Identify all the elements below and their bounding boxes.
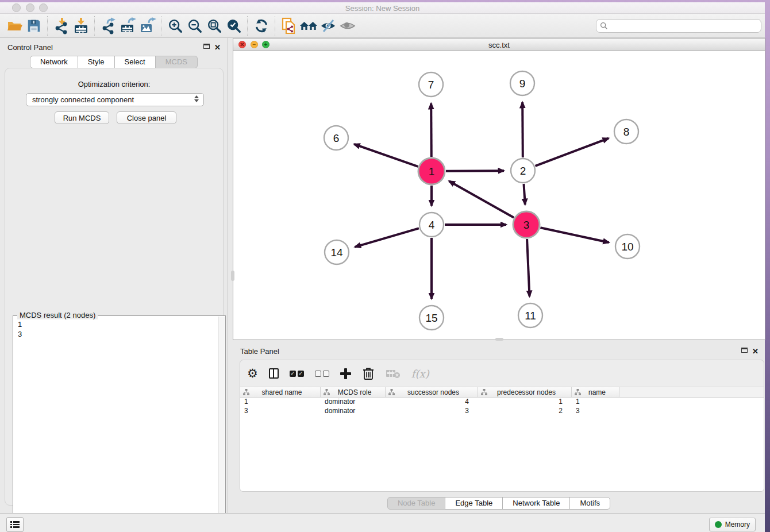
first-neighbors-button[interactable] (299, 16, 318, 36)
float-panel-icon[interactable] (203, 44, 210, 49)
graph-edge-1-7[interactable] (431, 103, 432, 157)
zoom-out-icon (187, 18, 203, 34)
table-cell[interactable]: dominator (321, 398, 386, 407)
show-column-panel-button[interactable] (269, 368, 279, 379)
search-input[interactable] (610, 22, 757, 30)
import-network-button[interactable] (52, 16, 71, 36)
criterion-value: strongly connected component (32, 95, 134, 104)
table-settings-button[interactable]: ⚙ (247, 368, 258, 379)
zoom-selected-button[interactable] (224, 16, 244, 36)
splitter-grip-horizontal[interactable] (495, 338, 503, 341)
tab-edge-table[interactable]: Edge Table (445, 497, 503, 510)
memory-status-dot (715, 521, 722, 528)
network-window-title: scc.txt (233, 41, 765, 49)
column-header-name[interactable]: name (572, 387, 619, 397)
network-window-titlebar[interactable]: ✕ − + scc.txt (233, 38, 765, 51)
show-all-button[interactable] (338, 16, 357, 36)
task-history-button[interactable] (6, 517, 24, 532)
column-flow-icon (575, 389, 581, 395)
column-header-label: predecessor nodes (487, 388, 571, 396)
apply-layout-button[interactable] (252, 16, 271, 36)
network-graph[interactable]: 7968124314101511 (233, 51, 765, 340)
table-body: 1dominator4113dominator323 (240, 398, 764, 491)
graph-edge-4-14[interactable] (355, 228, 419, 246)
table-cell[interactable]: 1 (572, 398, 619, 407)
open-folder-icon (6, 17, 23, 34)
float-table-panel-icon[interactable] (741, 348, 748, 353)
table-header-row: shared nameMCDS rolesuccessor nodesprede… (240, 387, 764, 398)
column-flow-icon (388, 389, 395, 395)
node-table-container: ⚙ ✓✓ (240, 360, 764, 492)
graph-edge-3-1[interactable] (449, 181, 514, 218)
zoom-fit-button[interactable] (205, 16, 224, 36)
column-header-successor-nodes[interactable]: successor nodes (386, 387, 478, 397)
result-scrollbar[interactable] (218, 317, 225, 531)
table-cell[interactable]: 3 (386, 407, 478, 416)
graph-node-label-2: 2 (520, 165, 526, 177)
run-mcds-button[interactable]: Run MCDS (55, 111, 109, 124)
toolbar-separator (271, 16, 275, 36)
criterion-dropdown[interactable]: strongly connected component (26, 93, 204, 106)
column-header-predecessor-nodes[interactable]: predecessor nodes (478, 387, 572, 397)
splitter-grip-vertical[interactable] (231, 271, 234, 281)
graph-edge-3-11[interactable] (527, 239, 529, 296)
delete-column-button[interactable] (362, 367, 375, 380)
window-title: Session: New Session (0, 4, 765, 13)
main-toolbar (0, 14, 765, 38)
graph-edge-2-8[interactable] (536, 138, 609, 166)
table-tabs: Node TableEdge TableNetwork TableMotifs (233, 497, 765, 510)
column-flow-icon (481, 389, 487, 395)
tab-network-table[interactable]: Network Table (502, 497, 570, 510)
column-header-label: successor nodes (395, 388, 478, 396)
column-header-shared-name[interactable]: shared name (240, 387, 321, 397)
graph-edge-1-2[interactable] (446, 171, 504, 171)
zoom-out-button[interactable] (185, 16, 205, 36)
hide-selected-button[interactable] (318, 16, 338, 36)
table-cell[interactable]: 4 (386, 398, 478, 407)
clone-network-button[interactable] (279, 16, 299, 36)
table-row[interactable]: 1dominator411 (240, 398, 764, 407)
column-header-MCDS-role[interactable]: MCDS role (321, 387, 386, 397)
column-header-label: MCDS role (330, 388, 385, 396)
table-cell[interactable]: 1 (240, 398, 321, 407)
tab-network[interactable]: Network (30, 56, 78, 68)
mcds-result-item: 1 (18, 319, 22, 329)
import-table-button[interactable] (71, 16, 91, 36)
zoom-in-button[interactable] (165, 16, 185, 36)
close-table-panel-icon[interactable]: ✕ (752, 348, 759, 354)
open-session-button[interactable] (5, 16, 24, 36)
table-cell[interactable]: 1 (478, 398, 572, 407)
tab-select[interactable]: Select (114, 56, 156, 68)
graph-edge-2-9[interactable] (522, 102, 523, 157)
graph-edge-1-6[interactable] (354, 144, 418, 167)
export-image-button[interactable] (138, 16, 157, 36)
export-table-button[interactable] (118, 16, 138, 36)
memory-button[interactable]: Memory (709, 518, 756, 531)
tab-node-table[interactable]: Node Table (387, 497, 446, 510)
table-cell[interactable]: 3 (572, 407, 619, 416)
control-panel-tabs: NetworkStyleSelectMCDS (0, 56, 228, 68)
tab-mcds[interactable]: MCDS (155, 56, 198, 68)
tab-motifs[interactable]: Motifs (569, 497, 610, 510)
mcds-result-item: 3 (18, 329, 22, 339)
checked-box-icon: ✓ (298, 371, 304, 377)
table-cell[interactable]: 2 (478, 407, 572, 416)
close-panel-button[interactable]: Close panel (117, 111, 176, 124)
graph-edge-3-10[interactable] (540, 228, 609, 242)
table-cell[interactable]: dominator (321, 407, 386, 416)
graph-edge-2-3[interactable] (524, 184, 525, 205)
add-column-button[interactable] (340, 368, 351, 379)
select-all-columns-button[interactable]: ✓✓ (290, 371, 304, 377)
table-cell[interactable]: 3 (240, 407, 321, 416)
status-bar: Memory (0, 513, 765, 532)
export-network-button[interactable] (99, 16, 118, 36)
graph-node-label-8: 8 (623, 126, 630, 138)
tab-style[interactable]: Style (78, 56, 115, 68)
unselect-all-columns-button[interactable] (315, 371, 329, 377)
close-panel-label: Close panel (127, 114, 167, 122)
close-panel-icon[interactable]: ✕ (214, 44, 221, 51)
save-session-button[interactable] (24, 16, 44, 36)
network-canvas[interactable]: 7968124314101511 (233, 51, 765, 340)
table-row[interactable]: 3dominator323 (240, 407, 764, 416)
search-box[interactable] (596, 19, 761, 33)
